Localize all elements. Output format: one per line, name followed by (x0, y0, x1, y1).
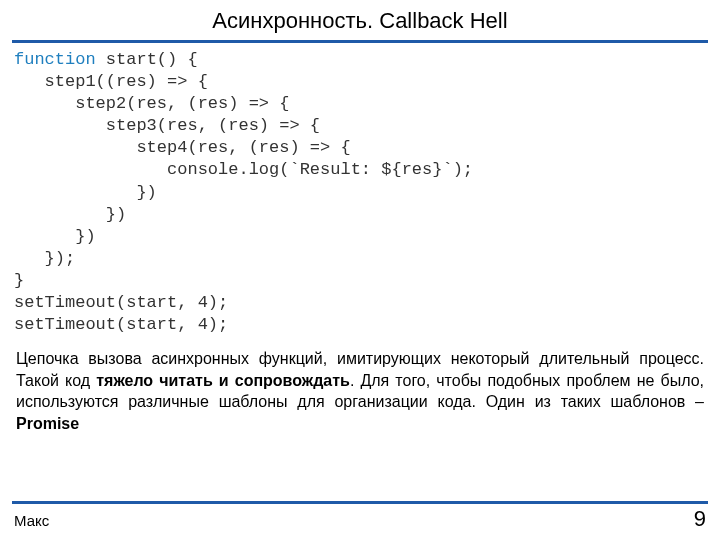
slide: Асинхронность. Callback Hell function st… (0, 0, 720, 540)
footer-row: Макс 9 (0, 506, 720, 532)
code-block: function start() { step1((res) => { step… (0, 43, 720, 344)
footer-divider (12, 501, 708, 504)
description-paragraph: Цепочка вызова асинхронных функций, имит… (0, 344, 720, 434)
keyword-function: function (14, 50, 96, 69)
page-number: 9 (694, 506, 706, 532)
slide-title: Асинхронность. Callback Hell (0, 0, 720, 40)
para-bold-1: тяжело читать и сопровождать (96, 372, 350, 389)
para-bold-2: Promise (16, 415, 79, 432)
footer-author: Макс (14, 512, 49, 529)
footer: Макс 9 (0, 501, 720, 532)
code-body: start() { step1((res) => { step2(res, (r… (14, 50, 473, 334)
